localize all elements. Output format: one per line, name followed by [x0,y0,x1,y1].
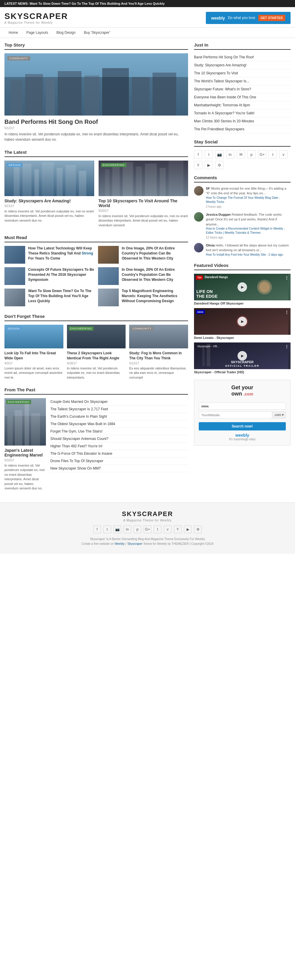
frompast-list-item[interactable]: The G-Force Of This Elevator Is Insane [50,450,188,457]
email-icon[interactable]: ✉ [237,150,245,159]
weebly-banner[interactable]: weebly Do what you love GET STARTED [206,12,290,24]
instagram-icon[interactable]: 📷 [215,150,224,159]
footer-youtube-icon[interactable]: ▶ [184,525,192,533]
tumblr-icon[interactable]: t [269,150,277,159]
frompast-list-item[interactable]: New Skyscraper Show On MMT [50,465,188,472]
latest-card-1-title[interactable]: Study: Skyscrapers Are Amazing! [5,199,94,203]
pinterest-icon[interactable]: p [247,150,255,159]
frompast-list-item[interactable]: The Tallest Skyscraper Is 2,717 Feet [50,406,188,413]
frompast-list-item[interactable]: The Earth's Curvature In Plain Sight [50,413,188,420]
video-options-3[interactable]: ⋮ [285,344,289,349]
mustread-img-6[interactable] [98,288,119,306]
just-in-item[interactable]: Study: Skyscrapers Are Amazing! [194,61,290,69]
mustread-img-1[interactable] [5,246,25,264]
domain-tld-dropdown[interactable]: .com ▾ [272,412,286,418]
frompast-featured-image[interactable]: ENGINEERING [5,398,46,445]
footer-facebook-icon[interactable]: f [93,525,101,533]
frompast-section: From The Past ENGINEERING [5,387,188,491]
video-play-btn-1[interactable]: ▶ [238,282,247,292]
featured-videos-title: Featured Videos [194,263,290,270]
youtube-icon[interactable]: ▶ [205,161,213,169]
video-play-btn-2[interactable]: ▶ [238,317,247,326]
domain-search-button[interactable]: Search now! [199,422,286,430]
just-in-item[interactable]: Everyone Has Been Inside Of This One [194,93,290,101]
just-in-item[interactable]: The Pet Friendliest Skyscrapers [194,125,290,133]
just-in-item[interactable]: Skyscraper Future: What's In Store? [194,85,290,93]
mustread-title-1[interactable]: How The Latest Technology Will Keep Thes… [28,246,95,261]
mustread-img-2[interactable] [98,246,119,264]
video-thumb-2[interactable]: vevo ⋮ ▶ [194,308,290,335]
video-thumb-3[interactable]: Skyscraper - Offi... SKYSCRAPEROFFICIAL … [194,342,290,369]
footer-vimeo-icon[interactable]: v [164,525,171,533]
latest-card-1-image[interactable]: DESIGN [5,161,94,196]
frompast-list-item[interactable]: The Oldest Skyscraper Was Built In 1884 [50,420,188,428]
yelp-icon[interactable]: Y [194,161,202,169]
nav-blog-design[interactable]: Blog Design [52,27,80,38]
footer-twitter-icon[interactable]: t [103,525,111,533]
footer-yelp-icon[interactable]: Y [174,525,182,533]
domain-www-input[interactable] [199,402,286,410]
frompast-list-item[interactable]: Couple Gets Married On Skyscraper [50,398,188,406]
mustread-img-4[interactable] [98,267,119,285]
facebook-icon[interactable]: f [194,150,202,159]
mustread-title-5[interactable]: Want To Slow Down Time? Go To The Top Of… [28,288,95,303]
just-in-item[interactable]: The 10 Skyscrapers To Visit [194,69,290,77]
dontforget-img-1[interactable]: DESIGN [5,325,63,348]
footer-linkedin-icon[interactable]: in [124,525,131,533]
frompast-list-item[interactable]: Forget The Gym, Use The Stairs! [50,428,188,435]
just-in-item[interactable]: The World's Tallest Skyscraper Is... [194,77,290,85]
top-story-image[interactable]: COMMUNITY [5,53,188,116]
domain-name-input[interactable] [199,412,272,418]
video-title-1[interactable]: Daredevil Hangs Off Skyscraper [194,302,290,305]
mustread-img-5[interactable] [5,288,25,306]
frompast-featured-title[interactable]: Japan's Latest Engineering Marvel [5,448,46,457]
nav-page-layouts[interactable]: Page Layouts [22,27,52,38]
footer-settings-icon[interactable]: ⚙ [194,525,202,533]
mustread-title-4[interactable]: In One Image, 20% Of An Entire Country's… [122,267,188,282]
linkedin-icon[interactable]: in [226,150,234,159]
mustread-title-2[interactable]: In One Image, 20% Of An Entire Country's… [122,246,188,261]
latest-card-2-image[interactable]: ENGINEERING [98,161,189,196]
comment-link-3[interactable]: How To Install Any Font Into Your Weebly… [206,253,290,257]
footer-instagram-icon[interactable]: 📷 [113,525,121,533]
dontforget-img-2[interactable]: ENGINEERING [67,325,126,348]
mustread-title-6[interactable]: Top 5 Magnificent Engineering Marvels: K… [122,288,188,303]
googleplus-icon[interactable]: G+ [258,150,266,159]
video-options-1[interactable]: ⋮ [285,275,289,280]
comment-link-2[interactable]: How to Create a Recommended Content Widg… [206,227,290,235]
footer-weebly-link[interactable]: Weebly [115,542,124,546]
top-story-title[interactable]: Band Performs Hit Song On Roof [5,118,188,125]
nav-buy[interactable]: Buy 'Skyscraper' [80,27,114,38]
dontforget-title-3[interactable]: Study: Fog Is More Common In The City Th… [129,351,188,361]
just-in-item[interactable]: Man Climbs 300 Stories In 20 Minutes [194,117,290,125]
just-in-item[interactable]: Manhattanheight: Tomorrow At 8pm [194,101,290,109]
video-options-2[interactable]: ⋮ [285,310,289,315]
dontforget-title-1[interactable]: Look Up To Fall Into The Great Wide Open [5,351,63,361]
comment-link-1[interactable]: How To Change The Format Of Your Weebly … [206,196,290,204]
footer-tagline: A Magazine Theme for Weebly [5,519,290,522]
footer-googleplus-icon[interactable]: G+ [144,525,151,533]
dontforget-img-3[interactable]: COMMUNITY [129,325,188,348]
latest-card-2-title[interactable]: Top 10 Skyscrapers To Visit Around The W… [98,199,189,208]
settings-icon[interactable]: ⚙ [215,161,224,169]
frompast-list-item[interactable]: Should Skyscraper Antennas Count? [50,435,188,442]
mustread-title-3[interactable]: Concepts Of Future Skyscrapers To Be Pre… [28,267,95,282]
just-in-item[interactable]: Band Performs Hit Song On The Roof [194,53,290,61]
dontforget-title-2[interactable]: These 2 Skyscrapers Look Identical From … [67,351,126,361]
just-in-item[interactable]: Tornado In A Skyscraper? You're Safe! [194,109,290,117]
video-play-btn-3[interactable]: ▶ [238,351,247,361]
video-thumb-1[interactable]: TiH Daredevil Hangs ⋮ ▶ LIFE ONTHE EDGE [194,274,290,301]
frompast-list-item[interactable]: Drone Files To Top Of Skyscraper [50,457,188,465]
video-title-2[interactable]: Demi Lovato - Skyscraper [194,336,290,339]
vimeo-icon[interactable]: v [279,150,288,159]
video-title-3[interactable]: Skyscraper - Official Trailer [HD] [194,370,290,374]
get-started-button[interactable]: GET STARTED [258,15,285,21]
site-logo[interactable]: SKYSCRAPER [5,11,68,21]
footer-pinterest-icon[interactable]: p [133,525,141,533]
frompast-list-item[interactable]: Higher Than 492 Feet? You're In! [50,442,188,450]
mustread-img-3[interactable] [5,267,25,285]
nav-home[interactable]: Home [5,27,22,38]
twitter-icon[interactable]: t [205,150,213,159]
footer-tumblr-icon[interactable]: t [154,525,162,533]
footer-theme-link[interactable]: Skyscraper [128,542,143,546]
